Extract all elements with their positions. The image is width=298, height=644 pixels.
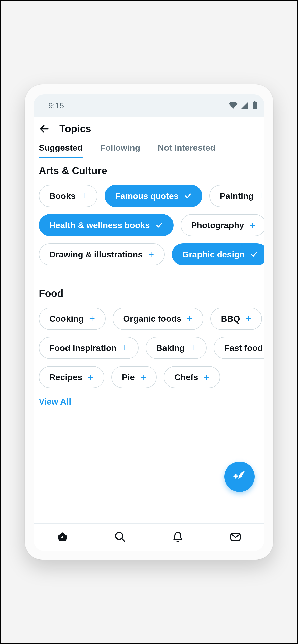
plus-icon: + bbox=[81, 190, 87, 202]
nav-search[interactable] bbox=[113, 530, 127, 544]
plus-icon: + bbox=[259, 190, 264, 202]
chip-label: Cooking bbox=[49, 314, 84, 324]
chip-label: BBQ bbox=[221, 314, 240, 324]
plus-icon: + bbox=[140, 372, 146, 383]
compose-icon bbox=[232, 469, 247, 485]
plus-icon: + bbox=[246, 313, 251, 325]
section-food: Food Cooking + Organic foods + BBQ + bbox=[34, 281, 264, 415]
topic-row: Books + Famous quotes Painting + bbox=[39, 185, 264, 207]
check-icon bbox=[155, 221, 163, 229]
chip-label: Fast food bbox=[224, 343, 263, 353]
check-icon bbox=[250, 251, 258, 258]
svg-point-2 bbox=[61, 536, 63, 538]
tab-not-interested[interactable]: Not Interested bbox=[158, 138, 215, 158]
bottom-nav bbox=[34, 523, 264, 551]
tab-suggested[interactable]: Suggested bbox=[39, 138, 83, 158]
nav-home[interactable] bbox=[55, 530, 70, 544]
search-icon bbox=[114, 531, 126, 544]
plus-icon: + bbox=[187, 313, 193, 325]
chip-label: Books bbox=[49, 191, 76, 201]
topic-chip-famous-quotes[interactable]: Famous quotes bbox=[105, 185, 202, 207]
battery-icon bbox=[252, 101, 257, 110]
chip-label: Baking bbox=[156, 343, 185, 353]
chip-label: Pie bbox=[122, 372, 135, 382]
phone-screen: 9:15 Topics bbox=[34, 94, 264, 551]
topic-chip-books[interactable]: Books + bbox=[39, 185, 97, 207]
chip-label: Graphic design bbox=[182, 250, 245, 259]
plus-icon: + bbox=[89, 313, 95, 325]
status-time: 9:15 bbox=[48, 101, 64, 110]
section-title: Food bbox=[39, 288, 264, 299]
section-arts-culture: Arts & Culture Books + Famous quotes bbox=[34, 158, 264, 281]
chip-label: Chefs bbox=[174, 372, 198, 382]
check-icon bbox=[184, 192, 192, 200]
chip-label: Health & wellness books bbox=[49, 220, 150, 230]
topic-row: Drawing & illustrations + Graphic design bbox=[39, 243, 264, 265]
tab-following[interactable]: Following bbox=[100, 138, 140, 158]
content: Arts & Culture Books + Famous quotes bbox=[34, 158, 264, 523]
topic-chip-health-wellness-books[interactable]: Health & wellness books bbox=[39, 214, 174, 236]
home-icon bbox=[56, 531, 69, 544]
plus-icon: + bbox=[190, 342, 196, 354]
tabs: Suggested Following Not Interested bbox=[34, 138, 264, 158]
topic-chip-cooking[interactable]: Cooking + bbox=[39, 308, 106, 330]
topic-row: Health & wellness books Photography + bbox=[39, 214, 264, 236]
chip-label: Photography bbox=[191, 220, 244, 230]
page-title: Topics bbox=[59, 123, 91, 134]
topic-chip-fast-food[interactable]: Fast food + bbox=[214, 337, 264, 359]
bell-icon bbox=[172, 531, 184, 544]
chip-label: Organic foods bbox=[123, 314, 181, 324]
svg-rect-0 bbox=[253, 102, 257, 109]
chip-label: Famous quotes bbox=[115, 191, 178, 201]
view-all-link[interactable]: View All bbox=[39, 397, 264, 407]
topic-chip-pie[interactable]: Pie + bbox=[111, 366, 157, 388]
status-icons bbox=[229, 101, 257, 110]
plus-icon: + bbox=[148, 249, 154, 260]
back-icon[interactable] bbox=[39, 123, 50, 134]
app-header: Topics bbox=[34, 117, 264, 138]
topic-chip-organic-foods[interactable]: Organic foods + bbox=[113, 308, 203, 330]
chip-label: Food inspiration bbox=[49, 343, 116, 353]
cellular-icon bbox=[241, 102, 249, 110]
plus-icon: + bbox=[88, 372, 93, 383]
topic-chip-graphic-design[interactable]: Graphic design bbox=[172, 243, 264, 265]
topic-chip-food-inspiration[interactable]: Food inspiration + bbox=[39, 337, 139, 359]
svg-line-4 bbox=[122, 538, 125, 541]
topic-chip-baking[interactable]: Baking + bbox=[146, 337, 207, 359]
section-title: Arts & Culture bbox=[39, 165, 264, 176]
topic-chip-bbq[interactable]: BBQ + bbox=[210, 308, 262, 330]
wifi-icon bbox=[229, 102, 238, 110]
chip-label: Drawing & illustrations bbox=[49, 250, 143, 259]
status-bar: 9:15 bbox=[34, 94, 264, 117]
chip-label: Recipes bbox=[49, 372, 82, 382]
chip-label: Painting bbox=[220, 191, 254, 201]
topic-chip-chefs[interactable]: Chefs + bbox=[164, 366, 220, 388]
nav-messages[interactable] bbox=[228, 530, 243, 544]
plus-icon: + bbox=[204, 372, 210, 383]
topic-row: Recipes + Pie + Chefs + bbox=[39, 366, 264, 388]
topic-chip-recipes[interactable]: Recipes + bbox=[39, 366, 104, 388]
svg-rect-1 bbox=[254, 101, 255, 102]
nav-notifications[interactable] bbox=[171, 530, 185, 544]
topic-row: Food inspiration + Baking + Fast food + bbox=[39, 337, 264, 359]
topic-chip-painting[interactable]: Painting + bbox=[209, 185, 264, 207]
topic-chip-photography[interactable]: Photography + bbox=[181, 214, 264, 236]
plus-icon: + bbox=[249, 220, 255, 231]
topic-row: Cooking + Organic foods + BBQ + bbox=[39, 308, 264, 330]
topic-chip-drawing-illustrations[interactable]: Drawing & illustrations + bbox=[39, 243, 165, 265]
phone-frame: 9:15 Topics bbox=[25, 84, 273, 560]
plus-icon: + bbox=[122, 342, 128, 354]
compose-fab[interactable] bbox=[224, 462, 255, 492]
mail-icon bbox=[229, 531, 242, 544]
